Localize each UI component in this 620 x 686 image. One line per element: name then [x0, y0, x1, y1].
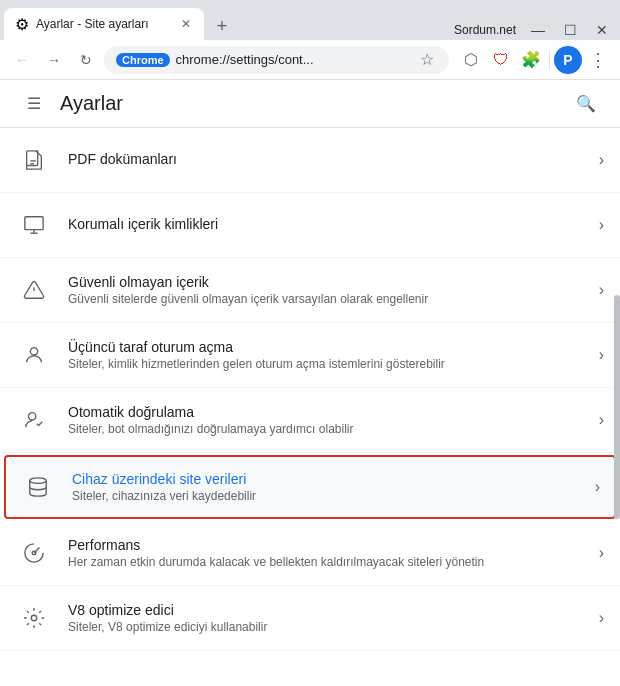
layers-icon[interactable]: ⬡: [457, 46, 485, 74]
protected-content-content: Korumalı içerik kimlikleri: [68, 216, 591, 234]
unsafe-content-title: Güvenli olmayan içerik: [68, 274, 591, 290]
protected-content-chevron-icon: ›: [599, 216, 604, 234]
auto-verify-title: Otomatik doğrulama: [68, 404, 591, 420]
pdf-icon: [16, 142, 52, 178]
tab-title: Ayarlar - Site ayarları: [36, 17, 172, 31]
performance-chevron-icon: ›: [599, 544, 604, 562]
address-text: chrome://settings/cont...: [176, 52, 411, 67]
gauge-icon: [16, 535, 52, 571]
unsafe-content-desc: Güvenli sitelerde güvenli olmayan içerik…: [68, 292, 591, 306]
settings-item-site-data[interactable]: Cihaz üzerindeki site verileri Siteler, …: [4, 455, 616, 519]
settings-item-pdf[interactable]: PDF dokümanları ›: [0, 128, 620, 193]
address-bar: ← → ↻ Chrome chrome://settings/cont... ☆…: [0, 40, 620, 80]
site-data-desc: Siteler, cihazınıza veri kaydedebilir: [72, 489, 587, 503]
database-icon: [20, 469, 56, 505]
protected-content-title: Korumalı içerik kimlikleri: [68, 216, 591, 232]
settings-list: PDF dokümanları › Korumalı içerik kimlik…: [0, 128, 620, 686]
page-content: ☰ Ayarlar 🔍 PDF doküma: [0, 80, 620, 686]
auto-verify-chevron-icon: ›: [599, 411, 604, 429]
window-title-text: Sordum.net: [454, 23, 516, 37]
svg-point-8: [30, 348, 37, 355]
performance-desc: Her zaman etkin durumda kalacak ve belle…: [68, 555, 591, 569]
address-input[interactable]: Chrome chrome://settings/cont... ☆: [104, 46, 449, 74]
performance-content: Performans Her zaman etkin durumda kalac…: [68, 537, 591, 569]
settings-item-v8[interactable]: V8 optimize edici Siteler, V8 optimize e…: [0, 586, 620, 651]
settings-item-protected-content[interactable]: Korumalı içerik kimlikleri ›: [0, 193, 620, 258]
unsafe-content-chevron-icon: ›: [599, 281, 604, 299]
window-controls: Sordum.net — ☐ ✕: [454, 20, 620, 40]
tab-favicon-icon: ⚙: [14, 16, 30, 32]
monitor-icon: [16, 207, 52, 243]
v8-settings-icon: [16, 600, 52, 636]
svg-rect-3: [25, 217, 43, 230]
tab-bar: ⚙ Ayarlar - Site ayarları ✕ + Sordum.net…: [0, 0, 620, 40]
new-tab-button[interactable]: +: [208, 12, 236, 40]
site-data-content: Cihaz üzerindeki site verileri Siteler, …: [72, 471, 587, 503]
third-party-signin-title: Üçüncü taraf oturum açma: [68, 339, 591, 355]
page-header: ☰ Ayarlar 🔍: [0, 80, 620, 128]
tab-close-button[interactable]: ✕: [178, 16, 194, 32]
v8-chevron-icon: ›: [599, 609, 604, 627]
maximize-button[interactable]: ☐: [560, 20, 580, 40]
active-tab[interactable]: ⚙ Ayarlar - Site ayarları ✕: [4, 8, 204, 40]
settings-item-performance[interactable]: Performans Her zaman etkin durumda kalac…: [0, 521, 620, 586]
scrollbar-thumb[interactable]: [614, 295, 620, 518]
warning-icon: [16, 272, 52, 308]
site-data-title: Cihaz üzerindeki site verileri: [72, 471, 587, 487]
toolbar-icons: ⬡ 🛡 🧩 P ⋮: [457, 46, 612, 74]
shield-icon[interactable]: 🛡: [487, 46, 515, 74]
reload-button[interactable]: ↻: [72, 46, 100, 74]
third-party-signin-desc: Siteler, kimlik hizmetlerinden gelen otu…: [68, 357, 591, 371]
hamburger-icon: ☰: [27, 94, 41, 113]
auto-verify-desc: Siteler, bot olmadığınızı doğrulamaya ya…: [68, 422, 591, 436]
person-icon: [16, 337, 52, 373]
pdf-chevron-icon: ›: [599, 151, 604, 169]
v8-desc: Siteler, V8 optimize ediciyi kullanabili…: [68, 620, 591, 634]
back-button[interactable]: ←: [8, 46, 36, 74]
svg-point-9: [29, 413, 36, 420]
site-data-chevron-icon: ›: [595, 478, 600, 496]
divider: [549, 50, 550, 70]
page-title: Ayarlar: [60, 92, 568, 115]
settings-item-third-party-signin[interactable]: Üçüncü taraf oturum açma Siteler, kimlik…: [0, 323, 620, 388]
forward-button[interactable]: →: [40, 46, 68, 74]
search-button[interactable]: 🔍: [568, 86, 604, 122]
third-party-signin-content: Üçüncü taraf oturum açma Siteler, kimlik…: [68, 339, 591, 371]
v8-title: V8 optimize edici: [68, 602, 591, 618]
person-check-icon: [16, 402, 52, 438]
bookmark-icon[interactable]: ☆: [417, 50, 437, 70]
pdf-title: PDF dokümanları: [68, 151, 591, 167]
unsafe-content-content: Güvenli olmayan içerik Güvenli sitelerde…: [68, 274, 591, 306]
third-party-signin-chevron-icon: ›: [599, 346, 604, 364]
hamburger-menu-button[interactable]: ☰: [16, 86, 52, 122]
settings-item-auto-verify[interactable]: Otomatik doğrulama Siteler, bot olmadığı…: [0, 388, 620, 453]
chrome-badge: Chrome: [116, 53, 170, 67]
puzzle-icon[interactable]: 🧩: [517, 46, 545, 74]
browser-frame: ⚙ Ayarlar - Site ayarları ✕ + Sordum.net…: [0, 0, 620, 686]
menu-button[interactable]: ⋮: [584, 46, 612, 74]
search-icon: 🔍: [576, 94, 596, 113]
minimize-button[interactable]: —: [528, 20, 548, 40]
settings-item-unsafe-content[interactable]: Güvenli olmayan içerik Güvenli sitelerde…: [0, 258, 620, 323]
auto-verify-content: Otomatik doğrulama Siteler, bot olmadığı…: [68, 404, 591, 436]
scrollbar[interactable]: [614, 128, 620, 686]
profile-button[interactable]: P: [554, 46, 582, 74]
svg-point-10: [30, 478, 47, 484]
svg-point-12: [31, 615, 37, 621]
v8-content: V8 optimize edici Siteler, V8 optimize e…: [68, 602, 591, 634]
pdf-content: PDF dokümanları: [68, 151, 591, 169]
close-window-button[interactable]: ✕: [592, 20, 612, 40]
performance-title: Performans: [68, 537, 591, 553]
